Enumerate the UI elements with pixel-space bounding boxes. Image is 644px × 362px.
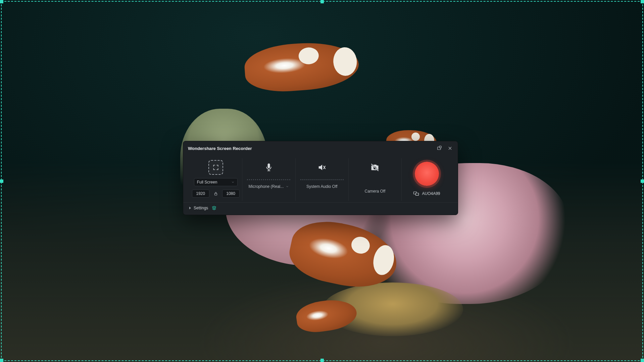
capture-mode-dropdown[interactable]: Full Screen: [194, 178, 238, 186]
triangle-right-icon: [189, 207, 191, 209]
close-button[interactable]: [446, 144, 454, 153]
settings-toggle[interactable]: Settings: [189, 206, 208, 210]
fullscreen-arrows-icon: [212, 164, 219, 171]
display-indicator[interactable]: AUO4A99: [413, 191, 440, 196]
capture-mode-label: Full Screen: [197, 180, 217, 185]
camera-status-label: Camera Off: [364, 189, 385, 194]
close-icon: [448, 146, 452, 151]
system-audio-level-meter: [298, 178, 345, 181]
microphone-icon: [264, 163, 274, 172]
capture-width-input[interactable]: [192, 190, 209, 198]
system-audio-column: System Audio Off: [295, 158, 348, 201]
camera-column: Camera Off: [348, 158, 401, 201]
aspect-lock-button[interactable]: [212, 190, 219, 197]
camera-toggle-button[interactable]: [367, 160, 382, 175]
panel-body: Full Screen: [183, 155, 458, 202]
settings-status-icon: [211, 205, 217, 211]
capture-area-column: Full Screen: [189, 158, 242, 201]
capture-area-button[interactable]: [208, 160, 223, 175]
system-audio-status-label: System Audio Off: [306, 184, 338, 189]
svg-rect-4: [416, 193, 419, 196]
dimension-row: [192, 190, 240, 198]
settings-label: Settings: [194, 206, 208, 210]
microphone-level-meter: [245, 178, 292, 181]
screen-recorder-panel: Wondershare Screen Recorder: [183, 141, 458, 215]
microphone-device-dropdown[interactable]: Microphone (Real...: [249, 184, 289, 189]
speaker-muted-icon: [317, 163, 327, 172]
chevron-down-icon: [286, 185, 289, 188]
pop-out-icon: [437, 146, 442, 151]
record-button[interactable]: [415, 162, 439, 186]
pop-out-button[interactable]: [435, 144, 444, 153]
display-name-label: AUO4A99: [422, 191, 440, 196]
background-fish: [243, 40, 360, 94]
capture-height-input[interactable]: [222, 190, 240, 198]
titlebar-actions: [435, 144, 454, 153]
microphone-column: Microphone (Real...: [242, 158, 295, 201]
camera-off-icon: [370, 163, 380, 172]
panel-footer: Settings: [183, 202, 458, 215]
titlebar: Wondershare Screen Recorder: [183, 141, 458, 155]
chevron-down-icon: [231, 180, 235, 184]
lock-icon: [213, 191, 218, 196]
microphone-device-label: Microphone (Real...: [249, 184, 284, 189]
svg-rect-1: [439, 146, 441, 148]
svg-rect-2: [214, 193, 217, 195]
system-audio-toggle-button[interactable]: [314, 160, 329, 175]
panel-title: Wondershare Screen Recorder: [188, 146, 252, 151]
microphone-toggle-button[interactable]: [261, 160, 276, 175]
record-column: AUO4A99: [401, 158, 452, 201]
monitor-icon: [413, 191, 419, 196]
